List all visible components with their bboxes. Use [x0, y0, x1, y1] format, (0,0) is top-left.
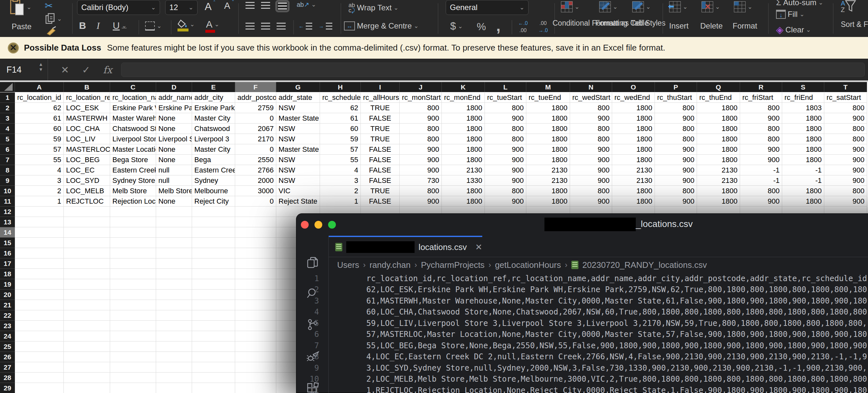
cell-S11[interactable]: 1800	[782, 196, 824, 206]
cell-E11[interactable]: Reject City	[192, 196, 235, 206]
cell-F26[interactable]	[235, 352, 276, 362]
cell-C25[interactable]	[110, 341, 156, 352]
cell-E20[interactable]	[192, 289, 235, 300]
column-header-H[interactable]: H	[320, 82, 361, 92]
cell-O7[interactable]: 1800	[612, 155, 655, 165]
cell-D20[interactable]	[156, 289, 192, 300]
cell-E21[interactable]	[192, 300, 235, 310]
cell-T8[interactable]: 900	[824, 165, 867, 175]
cell-O4[interactable]: 1800	[612, 123, 655, 134]
cell-A28[interactable]	[15, 372, 64, 383]
cell-B14[interactable]	[64, 227, 110, 238]
cell-C4[interactable]: Chatswood Store	[110, 123, 156, 134]
align-left-button[interactable]	[246, 23, 254, 30]
cell-F29[interactable]	[235, 383, 276, 393]
cell-Q10[interactable]: 1800	[697, 186, 740, 196]
cell-D7[interactable]: None	[156, 155, 192, 165]
cell-C23[interactable]	[110, 321, 156, 331]
cell-E1[interactable]: addr_city	[192, 92, 235, 103]
cell-F18[interactable]	[235, 269, 276, 279]
row-header-28[interactable]: 28	[0, 372, 15, 383]
cell-T7[interactable]: 900	[824, 155, 867, 165]
cell-B8[interactable]: LOC_EC	[64, 165, 110, 175]
cell-styles-label[interactable]: Cell Styles	[630, 19, 665, 28]
cell-S5[interactable]: 1800	[782, 134, 824, 144]
cell-H1[interactable]: rc_schedule_id	[320, 92, 361, 103]
cell-B13[interactable]	[64, 217, 110, 227]
column-header-N[interactable]: N	[570, 82, 612, 92]
format-label[interactable]: Format	[733, 21, 757, 30]
cell-K4[interactable]: 1800	[442, 123, 485, 134]
cell-H6[interactable]: 57	[320, 144, 361, 155]
row-header-14[interactable]: 14	[0, 227, 15, 238]
cell-F17[interactable]	[235, 258, 276, 269]
cell-A19[interactable]	[15, 279, 64, 289]
cell-O6[interactable]: 1800	[612, 144, 655, 155]
cell-M10[interactable]: 1800	[526, 186, 570, 196]
cell-C3[interactable]: Master Warehouse	[110, 113, 156, 123]
column-header-B[interactable]: B	[64, 82, 110, 92]
cell-R9[interactable]: -1	[740, 175, 782, 186]
cell-D26[interactable]	[156, 352, 192, 362]
cell-R6[interactable]: 900	[740, 144, 782, 155]
column-header-K[interactable]: K	[442, 82, 485, 92]
cell-O2[interactable]: 1800	[612, 103, 655, 113]
cell-J9[interactable]: 730	[400, 175, 442, 186]
font-name-select[interactable]: Calibri (Body) ⌄	[77, 0, 160, 15]
breadcrumb-item-5[interactable]: 20230720_RANDY_locations.csv	[582, 260, 707, 270]
cell-Q5[interactable]: 1800	[697, 134, 740, 144]
cell-R1[interactable]: rc_friStart	[740, 92, 782, 103]
italic-button[interactable]: I	[96, 20, 100, 31]
cell-H9[interactable]: 3	[320, 175, 361, 186]
cell-F5[interactable]: 2170	[235, 134, 276, 144]
cell-B23[interactable]	[64, 321, 110, 331]
row-header-13[interactable]: 13	[0, 217, 15, 227]
cell-T9[interactable]: 900	[824, 175, 867, 186]
cell-K8[interactable]: 2130	[442, 165, 485, 175]
cell-J7[interactable]: 900	[400, 155, 442, 165]
cell-J8[interactable]: 900	[400, 165, 442, 175]
cell-T3[interactable]: 900	[824, 113, 867, 123]
cell-H10[interactable]: 2	[320, 186, 361, 196]
cell-A6[interactable]: 57	[15, 144, 64, 155]
cell-E14[interactable]	[192, 227, 235, 238]
tab-locations-csv[interactable]: locations.csv ✕	[329, 236, 482, 257]
cell-E10[interactable]: Melbourne	[192, 186, 235, 196]
cell-B10[interactable]: LOC_MELB	[64, 186, 110, 196]
cell-K6[interactable]: 1800	[442, 144, 485, 155]
cell-A1[interactable]: rc_location_id	[15, 92, 64, 103]
cell-J3[interactable]: 900	[400, 113, 442, 123]
cell-L11[interactable]: 900	[485, 196, 526, 206]
cell-L2[interactable]: 800	[485, 103, 526, 113]
cell-M7[interactable]: 1800	[526, 155, 570, 165]
cell-S7[interactable]: 1800	[782, 155, 824, 165]
align-right-button[interactable]	[277, 23, 286, 30]
cell-B6[interactable]: MASTERLOC	[64, 144, 110, 155]
cell-D2[interactable]: Erskine Park WH	[156, 103, 192, 113]
cell-N8[interactable]: 900	[570, 165, 612, 175]
breadcrumb-item-3[interactable]: PycharmProjects	[421, 260, 485, 270]
cell-E26[interactable]	[192, 352, 235, 362]
cell-D16[interactable]	[156, 248, 192, 258]
cell-F13[interactable]	[235, 217, 276, 227]
cell-D22[interactable]	[156, 310, 192, 321]
cell-C5[interactable]: Liverpool Store 3	[110, 134, 156, 144]
cell-T6[interactable]: 900	[824, 144, 867, 155]
cell-F2[interactable]: 2759	[235, 103, 276, 113]
orientation-button[interactable]: ab↗ ⌄	[297, 1, 316, 8]
cell-C2[interactable]: Erskine Park WH	[110, 103, 156, 113]
cell-E25[interactable]	[192, 341, 235, 352]
cell-F10[interactable]: 3000	[235, 186, 276, 196]
cell-A16[interactable]	[15, 248, 64, 258]
cell-A23[interactable]	[15, 321, 64, 331]
row-header-16[interactable]: 16	[0, 248, 15, 258]
cell-C17[interactable]	[110, 258, 156, 269]
cell-D11[interactable]: None	[156, 196, 192, 206]
cell-J5[interactable]: 800	[400, 134, 442, 144]
cell-O8[interactable]: 2130	[612, 165, 655, 175]
cell-D1[interactable]: addr_name	[156, 92, 192, 103]
cell-C26[interactable]	[110, 352, 156, 362]
cell-F16[interactable]	[235, 248, 276, 258]
fill-button[interactable]: ↓ Fill ⌄	[776, 10, 805, 19]
cell-F1[interactable]: addr_postcode	[235, 92, 276, 103]
